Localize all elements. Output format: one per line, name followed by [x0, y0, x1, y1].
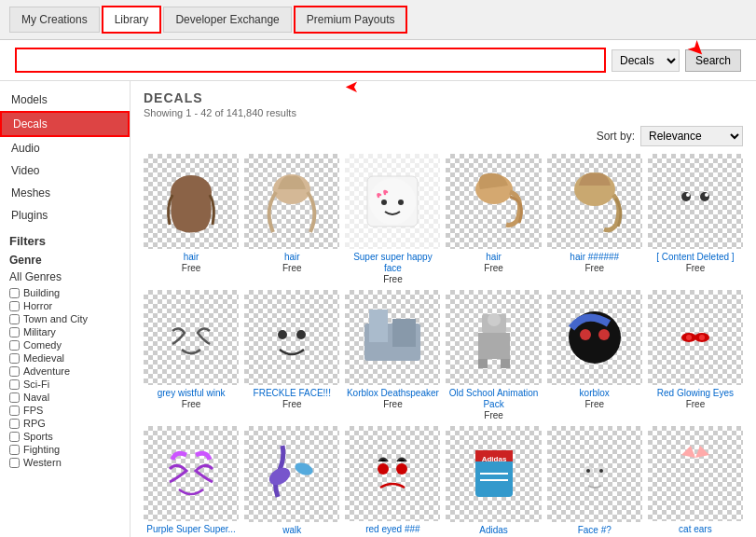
items-grid: hair Free hair Free Super super happy fa…	[144, 154, 743, 536]
filter-town-label: Town and City	[23, 313, 88, 324]
list-item: Face #?	[547, 426, 642, 535]
filter-fps-checkbox[interactable]	[9, 406, 20, 416]
search-input[interactable]	[21, 51, 600, 69]
item-name[interactable]: Purple Super Super...	[144, 524, 239, 535]
sidebar-item-models[interactable]: Models	[0, 89, 130, 111]
item-name[interactable]: korblox	[547, 388, 642, 399]
sidebar-item-meshes[interactable]: Meshes	[0, 182, 130, 204]
svg-point-26	[598, 329, 610, 340]
filter-building-label: Building	[23, 287, 60, 298]
item-thumbnail[interactable]	[144, 426, 239, 521]
tab-premium-payouts[interactable]: Premium Payouts	[294, 6, 408, 34]
filter-naval-checkbox[interactable]	[9, 392, 20, 403]
item-thumbnail[interactable]	[446, 154, 541, 249]
list-item: Adidas Adidas	[446, 426, 541, 535]
list-item: Old School Animation Pack Free	[446, 290, 541, 420]
content-area: DECALS Showing 1 - 42 of 141,840 results…	[131, 81, 756, 537]
item-thumbnail[interactable]	[648, 154, 743, 249]
svg-rect-21	[478, 359, 488, 368]
item-thumbnail[interactable]	[144, 154, 239, 249]
list-item: hair ###### Free	[547, 154, 642, 284]
filter-medieval-checkbox[interactable]	[9, 353, 20, 364]
list-item: grey wistful wink Free	[144, 290, 239, 420]
item-thumbnail[interactable]	[345, 426, 440, 521]
item-name[interactable]: Adidas	[446, 525, 541, 536]
svg-point-9	[700, 192, 709, 201]
svg-point-8	[681, 192, 691, 201]
item-name[interactable]: Red Glowing Eyes	[648, 388, 743, 399]
filter-adventure-checkbox[interactable]	[9, 366, 20, 377]
filter-sports: Sports	[9, 431, 120, 442]
item-name[interactable]: red eyed ###	[345, 524, 440, 535]
tab-my-creations[interactable]: My Creations	[9, 7, 100, 33]
svg-point-11	[705, 193, 708, 197]
item-thumbnail[interactable]	[547, 154, 642, 249]
filter-horror-checkbox[interactable]	[9, 301, 20, 311]
list-item: Purple Super Super...	[144, 426, 239, 535]
filter-building-checkbox[interactable]	[9, 288, 20, 298]
list-item: walk	[244, 426, 339, 535]
list-item: Red Glowing Eyes Free	[648, 290, 743, 420]
item-thumbnail[interactable]	[547, 290, 642, 385]
item-name[interactable]: hair	[144, 252, 239, 263]
item-name[interactable]: hair	[244, 252, 339, 263]
list-item: cat ears	[648, 426, 743, 535]
item-thumbnail[interactable]	[144, 290, 239, 385]
item-name[interactable]: [ Content Deleted ]	[648, 252, 743, 263]
svg-point-23	[488, 313, 501, 326]
sort-select[interactable]: Relevance Most Favorited Newest	[640, 126, 743, 146]
filter-military-checkbox[interactable]	[9, 327, 20, 337]
filter-scifi-checkbox[interactable]	[9, 379, 20, 390]
filter-western-checkbox[interactable]	[9, 458, 20, 468]
sidebar-item-audio[interactable]: Audio	[0, 137, 130, 159]
item-name[interactable]: Super super happy face	[345, 252, 440, 274]
svg-point-33	[294, 461, 315, 477]
svg-rect-17	[369, 310, 388, 342]
item-thumbnail[interactable]	[446, 290, 541, 385]
list-item: hair Free	[446, 154, 541, 284]
item-thumbnail[interactable]	[345, 154, 440, 249]
sidebar: Models Decals Audio Video Meshes Plugins…	[0, 81, 131, 537]
filter-comedy-checkbox[interactable]	[9, 340, 20, 351]
sidebar-item-decals[interactable]: Decals	[0, 111, 130, 137]
filter-adventure: Adventure	[9, 365, 120, 377]
item-name[interactable]: Face #?	[547, 525, 642, 536]
item-thumbnail[interactable]	[547, 426, 642, 521]
filter-fps-label: FPS	[23, 405, 43, 416]
item-thumbnail[interactable]	[648, 290, 743, 385]
tab-library[interactable]: Library	[102, 6, 162, 34]
item-thumbnail[interactable]	[345, 290, 440, 385]
sidebar-item-video[interactable]: Video	[0, 159, 130, 182]
item-price: Free	[144, 263, 239, 273]
filter-sports-checkbox[interactable]	[9, 432, 20, 442]
search-type-select[interactable]: Decals Models Audio Video Meshes Plugins	[612, 49, 680, 72]
item-thumbnail[interactable]	[648, 426, 743, 521]
item-thumbnail[interactable]	[244, 154, 339, 249]
tab-developer-exchange[interactable]: Developer Exchange	[163, 7, 291, 33]
item-thumbnail[interactable]	[244, 290, 339, 385]
item-name[interactable]: cat ears	[648, 524, 743, 535]
search-button[interactable]: Search	[685, 49, 741, 72]
filter-medieval: Medieval	[9, 352, 120, 364]
item-thumbnail[interactable]: Adidas	[446, 426, 541, 521]
item-name[interactable]: hair	[446, 252, 541, 263]
search-box-wrapper	[15, 48, 606, 73]
list-item: Korblox Deathspeaker Free	[345, 290, 440, 420]
filter-fighting-checkbox[interactable]	[9, 445, 20, 455]
item-name[interactable]: FRECKLE FACE!!!	[244, 388, 339, 399]
item-name[interactable]: Old School Animation Pack	[446, 388, 541, 410]
filter-town-checkbox[interactable]	[9, 314, 20, 324]
item-name[interactable]: hair ######	[547, 252, 642, 263]
filter-rpg-checkbox[interactable]	[9, 419, 20, 429]
item-name[interactable]: grey wistful wink	[144, 388, 239, 399]
filter-comedy: Comedy	[9, 339, 120, 351]
svg-point-30	[699, 335, 705, 340]
list-item: [ Content Deleted ] Free	[648, 154, 743, 284]
item-name[interactable]: walk	[244, 525, 339, 536]
sidebar-item-plugins[interactable]: Plugins	[0, 204, 130, 227]
svg-point-13	[266, 311, 318, 364]
filter-scifi: Sci-Fi	[9, 379, 120, 390]
item-name[interactable]: Korblox Deathspeaker	[345, 388, 440, 399]
item-thumbnail[interactable]	[244, 426, 339, 521]
list-item: FRECKLE FACE!!! Free	[244, 290, 339, 420]
